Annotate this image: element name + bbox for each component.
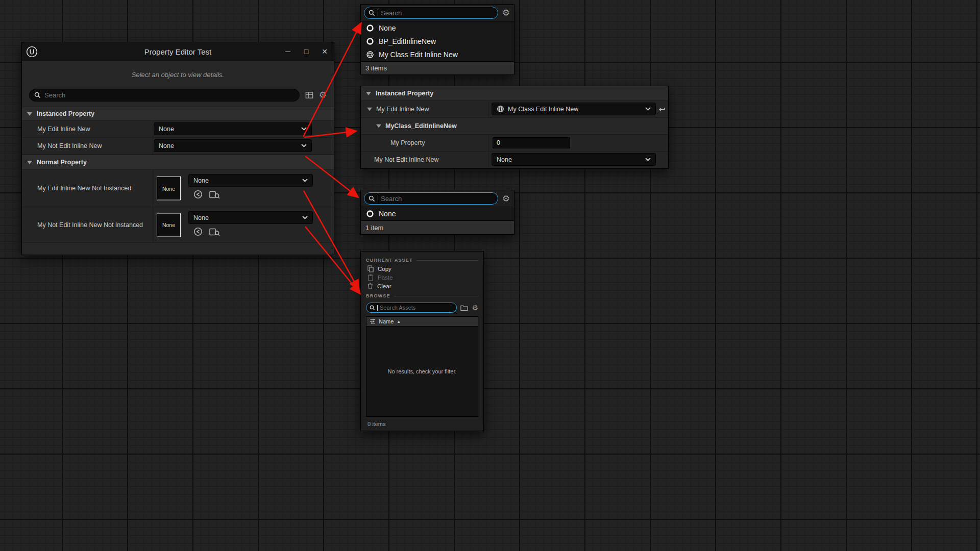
asset-thumbnail[interactable]: None [157,213,181,237]
expander-arrow-icon[interactable] [376,124,381,128]
clear-menu-item[interactable]: Clear [366,282,478,290]
section-label: Instanced Property [376,90,433,97]
browse-section: BROWSE [366,292,478,300]
expander-arrow-icon[interactable] [367,108,372,111]
folder-filter-icon[interactable] [460,305,468,311]
row-myclass-editinlinenew: MyClass_EditInlineNew [361,118,668,135]
name-column-header[interactable]: Name [379,318,394,324]
maximize-button[interactable]: □ [297,42,315,61]
view-options-gear-icon[interactable]: ⚙ [472,304,478,311]
class-circle-icon [366,210,374,218]
class-picker-count: 1 item [361,220,514,234]
search-field[interactable] [44,91,295,99]
row-my-edit-inline-new: My Edit Inline New My Class Edit Inline … [361,101,668,118]
my-not-edit-inline-new-dropdown[interactable]: None [492,153,656,166]
class-search-input[interactable] [364,7,498,19]
class-item-bp-editinlinenew[interactable]: BP_EditInlineNew [361,35,514,48]
settings-gear-icon[interactable]: ⚙ [319,91,327,99]
my-not-edit-inline-new-dropdown[interactable]: None [154,139,312,152]
class-picker-search-row: ⚙ [361,5,514,21]
column-settings-icon[interactable] [370,318,376,324]
asset-search-field[interactable] [380,305,453,311]
row-my-edit-inline-new-not-instanced: My Edit Inline New Not Instanced None No… [22,170,334,207]
chevron-down-icon [302,216,308,219]
expander-arrow-icon[interactable] [27,161,32,164]
reset-to-default-icon[interactable]: ↩ [659,105,666,114]
dropdown-value: None [497,156,512,163]
browse-to-asset-icon[interactable] [209,190,220,199]
details-hint-text: Select an object to view details. [132,71,224,79]
use-selected-asset-icon[interactable] [193,190,203,199]
asset-thumbnail[interactable]: None [157,177,181,201]
my-edit-inline-new-dropdown[interactable]: My Class Edit Inline New [492,103,656,115]
settings-gear-icon[interactable]: ⚙ [502,9,510,17]
trash-icon [368,283,373,289]
row-my-not-edit-inline-new: My Not Edit Inline New None [361,152,668,168]
details-hint-area: Select an object to view details. [22,61,334,88]
row-my-not-edit-inline-new-not-instanced: My Not Edit Inline New Not Instanced Non… [22,207,334,243]
current-asset-section: CURRENT ASSET [366,256,478,264]
class-item-label: None [379,24,396,32]
section-normal-property[interactable]: Normal Property [22,155,334,170]
dropdown-value: None [159,126,174,133]
child-object-label: MyClass_EditInlineNew [385,122,457,130]
row-my-not-edit-inline-new: My Not Edit Inline New None [22,138,334,155]
details-search-row: ⚙ [22,88,334,107]
section-label: CURRENT ASSET [366,258,413,263]
property-label: My Edit Inline New Not Instanced [37,185,131,192]
class-item-none[interactable]: None [361,21,514,35]
minimize-button[interactable]: ─ [279,42,297,61]
class-picker-popup-top: ⚙ None BP_EditInlineNew My Class Edit In… [360,4,514,75]
row-my-edit-inline-new: My Edit Inline New None [22,121,334,138]
expander-arrow-icon[interactable] [366,92,371,95]
editor-viewport-grid: Property Editor Test ─ □ ✕ Select an obj… [0,0,980,551]
dropdown-value: None [193,177,209,184]
chevron-down-icon [302,179,308,182]
asset-dropdown[interactable]: None [188,174,313,187]
asset-search-row: ⚙ [366,303,478,313]
my-edit-inline-new-dropdown[interactable]: None [154,122,312,135]
search-icon [370,305,375,311]
browse-to-asset-icon[interactable] [209,228,220,236]
row-my-property: My Property 0 [361,135,668,152]
class-sphere-icon [366,51,374,59]
dropdown-value: None [193,214,209,221]
class-item-none[interactable]: None [361,207,514,220]
section-instanced-property[interactable]: Instanced Property [361,86,668,101]
asset-dropdown[interactable]: None [188,211,313,224]
use-selected-asset-icon[interactable] [193,227,203,236]
my-property-value-input[interactable]: 0 [493,137,570,148]
search-input[interactable] [29,89,300,102]
window-controls: ─ □ ✕ [279,42,334,61]
paste-menu-item[interactable]: Paste [366,273,478,282]
class-circle-icon [366,37,374,45]
class-picker-search-row: ⚙ [361,190,514,207]
unreal-logo-icon [26,46,38,58]
search-icon [369,195,375,202]
asset-tools [193,190,220,199]
class-list: None BP_EditInlineNew My Class Edit Inli… [361,21,514,61]
menu-item-label: Clear [377,283,391,289]
titlebar[interactable]: Property Editor Test ─ □ ✕ [22,42,334,61]
class-search-field[interactable] [381,195,494,203]
property-label: My Not Edit Inline New [374,156,438,163]
class-search-field[interactable] [381,9,494,17]
asset-search-input[interactable] [366,303,457,313]
display-settings-icon[interactable] [305,91,313,99]
expander-arrow-icon[interactable] [27,112,32,116]
sort-ascending-icon[interactable]: ▲ [397,319,401,324]
close-button[interactable]: ✕ [315,42,334,61]
class-item-my-class-edit-inline-new[interactable]: My Class Edit Inline New [361,48,514,61]
text-caret [378,195,378,202]
copy-menu-item[interactable]: Copy [366,264,478,273]
property-label: My Not Edit Inline New Not Instanced [37,221,143,229]
empty-text: No results, check your filter. [387,368,456,374]
instanced-details-panel: Instanced Property My Edit Inline New My… [360,86,669,169]
asset-list-header[interactable]: Name ▲ [366,317,478,327]
class-search-input[interactable] [364,192,498,205]
section-instanced-property[interactable]: Instanced Property [22,107,334,121]
class-item-label: None [379,210,396,218]
settings-gear-icon[interactable]: ⚙ [502,194,510,203]
dropdown-value: None [159,142,174,149]
asset-list-empty-state: No results, check your filter. [366,327,478,416]
